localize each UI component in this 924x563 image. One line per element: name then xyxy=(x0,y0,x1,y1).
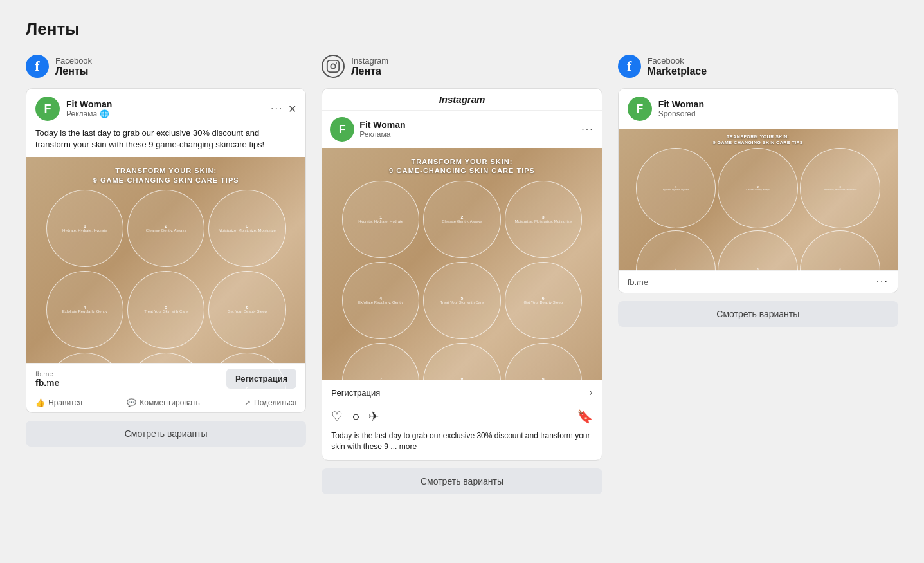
globe-icon: 🌐 xyxy=(100,109,109,118)
ig-user-info: Fit Woman Реклама xyxy=(359,120,576,139)
ig-cta-arrow-icon: › xyxy=(589,387,592,398)
marketplace-platform-name: Facebook xyxy=(648,56,707,66)
mp-user-sub: Sponsored xyxy=(658,109,889,118)
circle-item: 1Hydrate, Hydrate, Hydrate xyxy=(342,181,419,258)
ig-card-header: F Fit Woman Реклама ··· xyxy=(322,111,601,148)
ig-more-button[interactable]: ··· xyxy=(581,124,593,135)
circle-item: 7Healthy Lifestyle, Healthy Skin xyxy=(46,353,123,414)
circle-item: 4Exfoliate Regularly, Gently xyxy=(46,271,123,348)
fb-card-header: F Fit Woman Реклама 🌐 ··· ✕ xyxy=(26,89,305,125)
mp-ad-image: TRANSFORM YOUR SKIN: 9 GAME-CHANGING SKI… xyxy=(619,129,898,270)
marketplace-card: F Fit Woman Sponsored TRANSFORM YOUR SKI… xyxy=(618,88,898,293)
ig-avatar: F xyxy=(330,117,354,142)
mp-circles-grid: 1Hydrate, Hydrate, Hydrate2Cleanse Gentl… xyxy=(636,148,880,293)
marketplace-header: f Facebook Marketplace xyxy=(618,55,898,78)
circle-item: 8Consult a Professional xyxy=(127,353,204,414)
facebook-feed-column: f Facebook Ленты F Fit Woman Реклама 🌐 ·… xyxy=(26,55,306,447)
circle-item: 6Get Your Beauty Sleep xyxy=(505,262,582,339)
instagram-feed-card: Instagram F Fit Woman Реклама ··· TRANSF… xyxy=(322,88,602,461)
instagram-icon xyxy=(322,55,345,78)
ig-caption: Today is the last day to grab our exclus… xyxy=(322,428,601,460)
marketplace-facebook-icon: f xyxy=(618,55,641,78)
circle-item: 3Moisturize, Moisturize, Moisturize xyxy=(208,190,285,267)
page-title: Ленты xyxy=(26,19,898,39)
fb-card-actions: ··· ✕ xyxy=(271,103,296,115)
mp-user-info: Fit Woman Sponsored xyxy=(658,99,889,118)
fb-ad-image: TRANSFORM YOUR SKIN: 9 GAME-CHANGING SKI… xyxy=(26,157,305,363)
circle-item: 1Hydrate, Hydrate, Hydrate xyxy=(46,190,123,267)
facebook-feed-card: F Fit Woman Реклама 🌐 ··· ✕ Today is the… xyxy=(26,88,306,413)
circle-item: 2Cleanse Gently, Always xyxy=(127,190,204,267)
instagram-feed-info: Instagram Лента xyxy=(351,56,388,77)
circle-item: 9Sunscreen is Essential xyxy=(208,353,285,414)
svg-rect-0 xyxy=(327,60,339,72)
marketplace-info: Facebook Marketplace xyxy=(648,56,707,77)
ig-user-sub: Реклама xyxy=(359,130,576,139)
facebook-feed-header: f Facebook Ленты xyxy=(26,55,306,78)
facebook-icon: f xyxy=(26,55,49,78)
ig-card-actions: ··· xyxy=(581,124,593,135)
circle-item: 3Moisturize, Moisturize, Moisturize xyxy=(505,181,582,258)
facebook-feed-platform-name: Facebook xyxy=(55,56,92,66)
circle-item: 2Cleanse Gently, Always xyxy=(423,181,500,258)
circle-item: 8Consult a Professional xyxy=(423,343,500,420)
ig-ad-title: TRANSFORM YOUR SKIN: 9 GAME-CHANGING SKI… xyxy=(389,157,535,176)
circle-item: 6Get Your Beauty Sleep xyxy=(208,271,285,348)
fb-ad-title: TRANSFORM YOUR SKIN: 9 GAME-CHANGING SKI… xyxy=(93,166,239,185)
fb-circles-grid: 1Hydrate, Hydrate, Hydrate2Cleanse Gentl… xyxy=(46,190,286,413)
fb-user-sub: Реклама 🌐 xyxy=(66,109,264,118)
instagram-feed-platform-type: Лента xyxy=(351,66,388,77)
instagram-feed-platform-name: Instagram xyxy=(351,56,388,66)
mp-card-header: F Fit Woman Sponsored xyxy=(619,89,898,129)
svg-point-1 xyxy=(331,64,336,68)
svg-point-2 xyxy=(336,62,337,64)
marketplace-view-variants-button[interactable]: Смотреть варианты xyxy=(618,301,898,327)
circle-item: 1Hydrate, Hydrate, Hydrate xyxy=(636,148,716,228)
circle-item: 5Treat Your Skin with Care xyxy=(423,262,500,339)
fb-more-button[interactable]: ··· xyxy=(271,103,283,115)
circle-item: 6Get Your Beauty Sleep xyxy=(800,230,880,293)
mp-user-name: Fit Woman xyxy=(658,99,889,109)
mp-ad-title: TRANSFORM YOUR SKIN: 9 GAME-CHANGING SKI… xyxy=(713,134,803,145)
marketplace-column: f Facebook Marketplace F Fit Woman Spons… xyxy=(618,55,898,327)
facebook-feed-platform-type: Ленты xyxy=(55,66,92,77)
like-icon: 👍 xyxy=(35,398,45,407)
ig-circles-grid: 1Hydrate, Hydrate, Hydrate2Cleanse Gentl… xyxy=(342,181,582,421)
mp-avatar: F xyxy=(628,97,652,121)
fb-avatar: F xyxy=(35,97,60,121)
columns-container: f Facebook Ленты F Fit Woman Реклама 🌐 ·… xyxy=(26,55,898,494)
facebook-feed-info: Facebook Ленты xyxy=(55,56,92,77)
fb-user-info: Fit Woman Реклама 🌐 xyxy=(66,99,264,118)
instagram-feed-column: Instagram Лента Instagram F Fit Woman Ре… xyxy=(322,55,602,494)
ig-like-icon[interactable]: ♡ xyxy=(331,409,343,424)
marketplace-platform-type: Marketplace xyxy=(648,66,707,77)
circle-item: 4Exfoliate Regularly, Gently xyxy=(636,230,716,293)
ig-user-name: Fit Woman xyxy=(359,120,576,130)
circle-item: 7Healthy Lifestyle, Healthy Skin xyxy=(342,343,419,420)
ig-ad-image: TRANSFORM YOUR SKIN: 9 GAME-CHANGING SKI… xyxy=(322,148,601,380)
fb-feed-view-variants-button[interactable]: Смотреть варианты xyxy=(26,421,306,447)
fb-post-text: Today is the last day to grab our exclus… xyxy=(26,125,305,157)
fb-user-name: Fit Woman xyxy=(66,99,264,109)
ig-header-bar: Instagram xyxy=(322,89,601,111)
circle-item: 9Sunscreen is Essential xyxy=(505,343,582,420)
instagram-feed-header: Instagram Лента xyxy=(322,55,602,78)
circle-item: 4Exfoliate Regularly, Gently xyxy=(342,262,419,339)
fb-close-button[interactable]: ✕ xyxy=(288,103,296,115)
circle-item: 3Moisturize, Moisturize, Moisturize xyxy=(800,148,880,228)
circle-item: 5Treat Your Skin with Care xyxy=(127,271,204,348)
ig-feed-view-variants-button[interactable]: Смотреть варианты xyxy=(322,468,602,494)
circle-item: 5Treat Your Skin with Care xyxy=(718,230,798,293)
circle-item: 2Cleanse Gently, Always xyxy=(718,148,798,228)
